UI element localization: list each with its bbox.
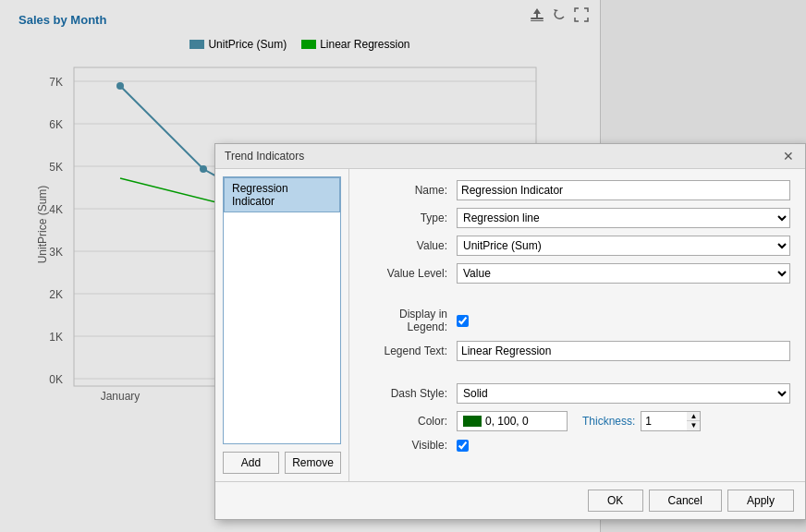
color-swatch bbox=[463, 416, 482, 427]
display-legend-row: Display in Legend: bbox=[364, 308, 790, 333]
thickness-up-button[interactable]: ▲ bbox=[687, 412, 700, 421]
left-panel: Regression Indicator Add Remove bbox=[215, 169, 349, 481]
cancel-button[interactable]: Cancel bbox=[649, 490, 722, 512]
visible-checkbox[interactable] bbox=[457, 440, 469, 452]
legend-text-input[interactable] bbox=[457, 341, 790, 361]
name-input[interactable] bbox=[457, 180, 790, 200]
list-buttons: Add Remove bbox=[223, 452, 341, 474]
ok-button[interactable]: OK bbox=[588, 490, 643, 512]
type-row: Type: Regression line bbox=[364, 208, 790, 228]
thickness-label: Thickness: bbox=[582, 415, 635, 428]
name-label: Name: bbox=[364, 184, 457, 197]
color-label: Color: bbox=[364, 415, 457, 428]
value-level-label: Value Level: bbox=[364, 267, 457, 280]
value-level-select[interactable]: Value bbox=[457, 263, 790, 284]
list-item[interactable]: Regression Indicator bbox=[224, 177, 340, 212]
thickness-group: Thickness: ▲ ▼ bbox=[582, 411, 701, 431]
dialog-footer: OK Cancel Apply bbox=[215, 481, 805, 519]
color-button[interactable]: 0, 100, 0 bbox=[457, 411, 568, 431]
dash-style-select[interactable]: Solid bbox=[457, 383, 790, 404]
legend-text-label: Legend Text: bbox=[364, 345, 457, 357]
visible-row: Visible: bbox=[364, 439, 790, 452]
value-level-row: Value Level: Value bbox=[364, 263, 790, 284]
visible-label: Visible: bbox=[364, 439, 457, 452]
thickness-down-button[interactable]: ▼ bbox=[687, 421, 700, 430]
trend-indicators-dialog: Trend Indicators ✕ Regression Indicator … bbox=[214, 143, 806, 520]
dialog-close-button[interactable]: ✕ bbox=[781, 150, 796, 163]
right-panel: Name: Type: Regression line Value: UnitP… bbox=[349, 169, 805, 481]
value-row: Value: UnitPrice (Sum) bbox=[364, 236, 790, 256]
type-select[interactable]: Regression line bbox=[457, 208, 790, 228]
type-label: Type: bbox=[364, 212, 457, 224]
value-label: Value: bbox=[364, 239, 457, 252]
dialog-body: Regression Indicator Add Remove Name: Ty… bbox=[215, 169, 805, 481]
thickness-input[interactable] bbox=[641, 411, 687, 431]
add-button[interactable]: Add bbox=[223, 452, 279, 474]
thickness-input-group: ▲ ▼ bbox=[641, 411, 701, 431]
dialog-title: Trend Indicators bbox=[225, 150, 304, 163]
color-value: 0, 100, 0 bbox=[485, 415, 529, 428]
name-row: Name: bbox=[364, 180, 790, 200]
thickness-spinners: ▲ ▼ bbox=[687, 411, 701, 431]
dialog-titlebar: Trend Indicators ✕ bbox=[215, 144, 805, 169]
indicator-list: Regression Indicator bbox=[223, 176, 341, 444]
dash-style-label: Dash Style: bbox=[364, 387, 457, 400]
display-legend-checkbox[interactable] bbox=[457, 315, 469, 327]
dash-style-row: Dash Style: Solid bbox=[364, 383, 790, 404]
apply-button[interactable]: Apply bbox=[727, 490, 794, 512]
value-select[interactable]: UnitPrice (Sum) bbox=[457, 236, 790, 256]
remove-button[interactable]: Remove bbox=[285, 452, 341, 474]
display-legend-label: Display in Legend: bbox=[364, 308, 457, 333]
color-row: Color: 0, 100, 0 Thickness: ▲ ▼ bbox=[364, 411, 790, 431]
legend-text-row: Legend Text: bbox=[364, 341, 790, 361]
